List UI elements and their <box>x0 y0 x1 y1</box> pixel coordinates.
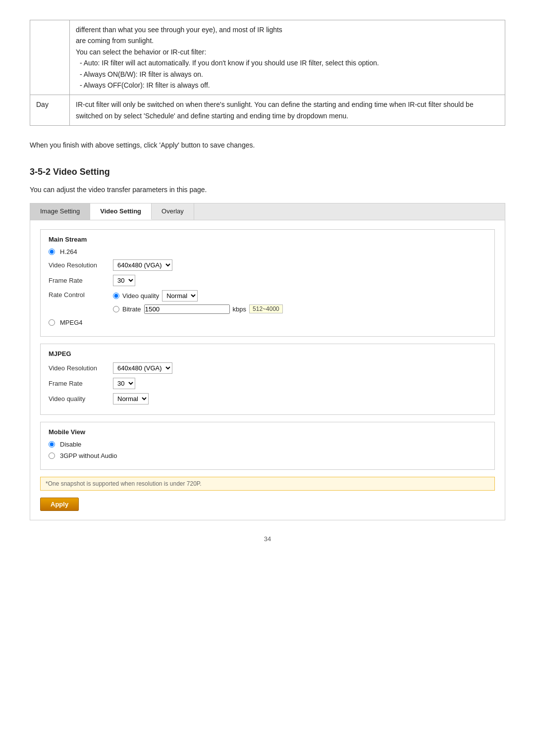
main-framerate-controls: 30 <box>113 275 135 286</box>
tab-overlay[interactable]: Overlay <box>152 203 194 220</box>
video-quality-select[interactable]: Normal <box>162 290 198 302</box>
video-quality-radio[interactable] <box>113 293 119 299</box>
tab-bar: Image Setting Video Setting Overlay <box>30 203 505 220</box>
notice-text: *One snapshot is supported when resoluti… <box>46 480 202 487</box>
bitrate-input[interactable] <box>144 304 230 314</box>
mjpeg-resolution-row: Video Resolution 640x480 (VGA) <box>49 362 486 374</box>
disable-label: Disable <box>60 441 81 448</box>
info-table: different than what you see through your… <box>30 20 505 126</box>
ir-filter-list: Auto: IR filter will act automatically. … <box>76 57 499 91</box>
apply-button[interactable]: Apply <box>40 498 79 511</box>
main-resolution-label: Video Resolution <box>49 261 113 269</box>
bitrate-unit: kbps <box>233 305 246 313</box>
mjpeg-quality-controls: Normal <box>113 393 149 404</box>
mjpeg-framerate-label: Frame Rate <box>49 380 113 387</box>
mjpeg-framerate-select[interactable]: 30 <box>113 378 135 389</box>
section-heading: 3-5-2 Video Setting <box>30 167 505 177</box>
list-item: Always OFF(Color): IR filter is always o… <box>76 80 499 91</box>
rate-control-row: Rate Control Video quality Normal Bitrat… <box>49 290 486 314</box>
mpeg4-radio[interactable] <box>49 319 55 326</box>
rate-control-label: Rate Control <box>49 290 113 299</box>
list-item: Auto: IR filter will act automatically. … <box>76 57 499 68</box>
mjpeg-resolution-label: Video Resolution <box>49 364 113 372</box>
mpeg4-radio-row: MPEG4 <box>49 319 486 326</box>
row1-label <box>30 20 70 95</box>
mjpeg-label: MJPEG <box>49 350 486 357</box>
main-framerate-row: Frame Rate 30 <box>49 275 486 286</box>
h264-radio[interactable] <box>49 249 55 255</box>
3gpp-radio[interactable] <box>49 453 55 459</box>
disable-radio[interactable] <box>49 441 55 448</box>
3gpp-label: 3GPP without Audio <box>60 452 117 459</box>
main-framerate-select[interactable]: 30 <box>113 275 135 286</box>
h264-label: H.264 <box>60 248 77 255</box>
main-framerate-label: Frame Rate <box>49 277 113 284</box>
video-setting-panel: Main Stream H.264 Video Resolution 640x4… <box>30 220 505 520</box>
mjpeg-block: MJPEG Video Resolution 640x480 (VGA) Fra… <box>40 344 495 415</box>
mjpeg-resolution-select[interactable]: 640x480 (VGA) <box>113 362 172 374</box>
tab-video-setting[interactable]: Video Setting <box>90 203 152 220</box>
mjpeg-quality-row: Video quality Normal <box>49 393 486 404</box>
mjpeg-quality-label: Video quality <box>49 395 113 403</box>
disable-radio-row: Disable <box>49 441 486 448</box>
apply-note-text: When you finish with above settings, cli… <box>30 140 505 151</box>
video-quality-label: Video quality <box>122 292 159 300</box>
mpeg4-label: MPEG4 <box>60 319 83 326</box>
video-quality-option: Video quality Normal <box>113 290 283 302</box>
mobile-view-block: Mobile View Disable 3GPP without Audio <box>40 422 495 470</box>
bitrate-option: Bitrate kbps 512~4000 <box>113 304 283 314</box>
notice-bar: *One snapshot is supported when resoluti… <box>40 477 495 491</box>
main-stream-block: Main Stream H.264 Video Resolution 640x4… <box>40 229 495 337</box>
mjpeg-framerate-row: Frame Rate 30 <box>49 378 486 389</box>
list-item: Always ON(B/W): IR filter is always on. <box>76 69 499 80</box>
rate-control-options: Video quality Normal Bitrate kbps 512~40… <box>113 290 283 314</box>
h264-radio-row: H.264 <box>49 248 486 255</box>
main-stream-label: Main Stream <box>49 236 486 243</box>
bitrate-label: Bitrate <box>122 305 141 313</box>
section-intro: You can adjust the video transfer parame… <box>30 184 505 195</box>
3gpp-radio-row: 3GPP without Audio <box>49 452 486 459</box>
main-resolution-controls: 640x480 (VGA) <box>113 259 172 271</box>
mobile-view-label: Mobile View <box>49 428 486 436</box>
row2-content: IR-cut filter will only be switched on w… <box>70 95 505 126</box>
row2-label: Day <box>30 95 70 126</box>
bitrate-radio[interactable] <box>113 306 119 312</box>
mjpeg-resolution-controls: 640x480 (VGA) <box>113 362 172 374</box>
mjpeg-framerate-controls: 30 <box>113 378 135 389</box>
bitrate-range-badge: 512~4000 <box>249 304 283 313</box>
tab-image-setting[interactable]: Image Setting <box>30 203 90 220</box>
page-number: 34 <box>30 535 505 543</box>
main-resolution-row: Video Resolution 640x480 (VGA) <box>49 259 486 271</box>
main-resolution-select[interactable]: 640x480 (VGA) <box>113 259 172 271</box>
mjpeg-quality-select[interactable]: Normal <box>113 393 149 404</box>
row1-content: different than what you see through your… <box>70 20 505 95</box>
